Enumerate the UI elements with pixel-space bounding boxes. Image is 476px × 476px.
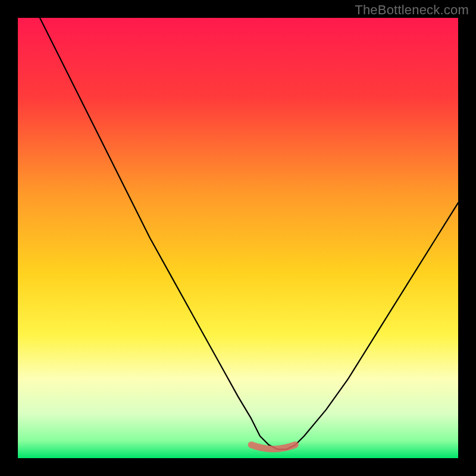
optimal-range-marker bbox=[251, 445, 295, 449]
chart-frame: TheBottleneck.com bbox=[0, 0, 476, 476]
plot-area bbox=[18, 18, 458, 458]
watermark-text: TheBottleneck.com bbox=[355, 2, 469, 18]
bottleneck-curve bbox=[40, 18, 458, 449]
curve-layer bbox=[18, 18, 458, 458]
